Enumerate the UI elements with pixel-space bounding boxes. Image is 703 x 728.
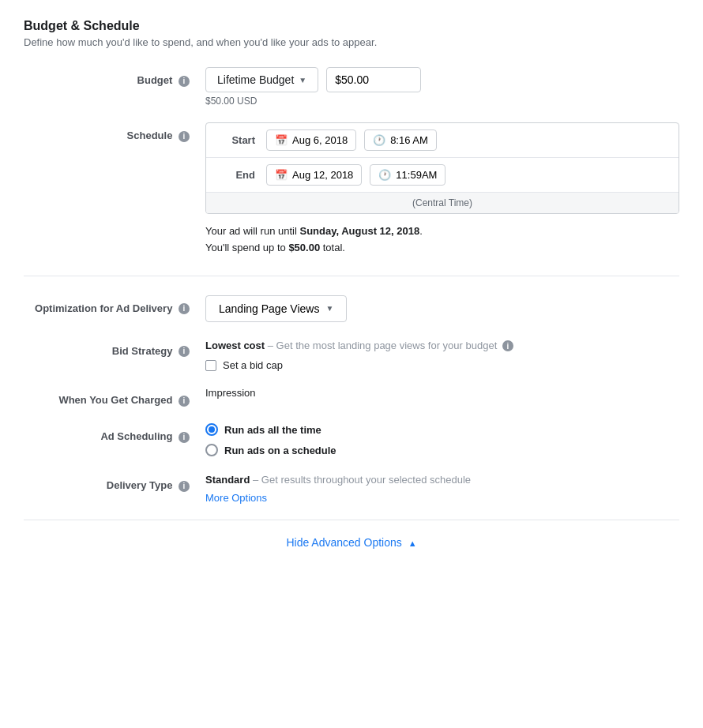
timezone-row: (Central Time) bbox=[206, 193, 679, 213]
optimization-content: Landing Page Views ▼ bbox=[205, 295, 679, 322]
budget-info-icon[interactable]: i bbox=[179, 76, 190, 87]
bid-strategy-text: Lowest cost – Get the most landing page … bbox=[205, 338, 679, 354]
radio-option-all-time[interactable]: Run ads all the time bbox=[205, 423, 679, 436]
hide-advanced-section: Hide Advanced Options ▲ bbox=[24, 520, 679, 565]
budget-content: Lifetime Budget ▼ $50.00 USD bbox=[205, 67, 679, 107]
charged-row: When You Get Charged i Impression bbox=[24, 387, 679, 407]
calendar-icon: 📅 bbox=[275, 134, 288, 146]
start-time-picker[interactable]: 🕐 8:16 AM bbox=[364, 129, 437, 151]
budget-usd-label: $50.00 USD bbox=[205, 96, 679, 107]
more-options-link[interactable]: More Options bbox=[205, 492, 679, 504]
start-time-value: 8:16 AM bbox=[390, 134, 428, 146]
section-subtitle: Define how much you'd like to spend, and… bbox=[24, 36, 679, 48]
schedule-info-icon[interactable]: i bbox=[179, 131, 190, 142]
delivery-type-row: Delivery Type i Standard – Get results t… bbox=[24, 472, 679, 504]
delivery-description: Get results throughout your selected sch… bbox=[261, 474, 471, 486]
hide-advanced-button[interactable]: Hide Advanced Options ▲ bbox=[286, 536, 416, 549]
end-date-picker[interactable]: 📅 Aug 12, 2018 bbox=[266, 164, 362, 186]
charged-info-icon[interactable]: i bbox=[179, 396, 190, 407]
radio-all-time-label: Run ads all the time bbox=[224, 424, 321, 436]
ad-scheduling-row: Ad Scheduling i Run ads all the time Run… bbox=[24, 423, 679, 456]
end-date-value: Aug 12, 2018 bbox=[292, 169, 353, 181]
schedule-start-row: Start 📅 Aug 6, 2018 🕐 8:16 AM bbox=[206, 123, 679, 158]
charged-content: Impression bbox=[205, 387, 679, 399]
bid-cap-row: Set a bid cap bbox=[205, 359, 679, 371]
bid-strategy-info-icon[interactable]: i bbox=[179, 346, 190, 357]
end-time-value: 11:59AM bbox=[396, 169, 437, 181]
section-header: Budget & Schedule Define how much you'd … bbox=[24, 19, 679, 48]
clock-icon: 🕐 bbox=[373, 134, 385, 146]
charged-value: Impression bbox=[205, 387, 679, 399]
section-title: Budget & Schedule bbox=[24, 19, 679, 33]
calendar-icon-end: 📅 bbox=[275, 169, 288, 181]
charged-label: When You Get Charged i bbox=[24, 387, 205, 407]
budget-amount-input[interactable] bbox=[326, 67, 421, 92]
start-date-picker[interactable]: 📅 Aug 6, 2018 bbox=[266, 129, 356, 151]
schedule-row: Schedule i Start 📅 Aug 6, 2018 🕐 8:16 AM bbox=[24, 122, 679, 257]
budget-label: Budget i bbox=[24, 67, 205, 88]
delivery-name: Standard bbox=[205, 474, 250, 486]
dropdown-arrow-icon: ▼ bbox=[299, 76, 306, 84]
end-label: End bbox=[216, 169, 255, 181]
ad-scheduling-options: Run ads all the time Run ads on a schedu… bbox=[205, 423, 679, 456]
optimization-dropdown[interactable]: Landing Page Views ▼ bbox=[205, 295, 347, 322]
schedule-content: Start 📅 Aug 6, 2018 🕐 8:16 AM End 📅 Aug … bbox=[205, 122, 679, 257]
bid-cap-label[interactable]: Set a bid cap bbox=[223, 359, 283, 371]
schedule-label: Schedule i bbox=[24, 122, 205, 143]
delivery-type-info-icon[interactable]: i bbox=[179, 481, 190, 492]
end-time-picker[interactable]: 🕐 11:59AM bbox=[370, 164, 445, 186]
schedule-end-row: End 📅 Aug 12, 2018 🕐 11:59AM bbox=[206, 158, 679, 193]
radio-on-schedule[interactable] bbox=[205, 444, 218, 456]
ad-scheduling-label: Ad Scheduling i bbox=[24, 423, 205, 444]
ad-scheduling-info-icon[interactable]: i bbox=[179, 432, 190, 443]
start-label: Start bbox=[216, 134, 255, 146]
delivery-separator: – bbox=[250, 474, 261, 486]
clock-icon-end: 🕐 bbox=[378, 169, 391, 181]
optimization-info-icon[interactable]: i bbox=[179, 303, 190, 314]
optimization-dropdown-arrow: ▼ bbox=[325, 304, 333, 313]
delivery-type-label: Delivery Type i bbox=[24, 472, 205, 493]
schedule-table: Start 📅 Aug 6, 2018 🕐 8:16 AM End 📅 Aug … bbox=[205, 122, 679, 214]
radio-all-time[interactable] bbox=[205, 423, 218, 436]
ad-run-note: Your ad will run until Sunday, August 12… bbox=[205, 223, 679, 257]
budget-row: Budget i Lifetime Budget ▼ $50.00 USD bbox=[24, 67, 679, 107]
ad-scheduling-content: Run ads all the time Run ads on a schedu… bbox=[205, 423, 679, 456]
start-date-value: Aug 6, 2018 bbox=[292, 134, 348, 146]
bid-strategy-desc-info-icon[interactable]: i bbox=[502, 340, 513, 351]
section-divider bbox=[24, 276, 679, 276]
radio-on-schedule-label: Run ads on a schedule bbox=[224, 445, 336, 456]
optimization-label: Optimization for Ad Delivery i bbox=[24, 295, 205, 316]
bid-cap-checkbox[interactable] bbox=[205, 360, 216, 371]
budget-type-dropdown[interactable]: Lifetime Budget ▼ bbox=[205, 67, 318, 92]
bid-strategy-row: Bid Strategy i Lowest cost – Get the mos… bbox=[24, 338, 679, 372]
delivery-type-content: Standard – Get results throughout your s… bbox=[205, 472, 679, 504]
optimization-row: Optimization for Ad Delivery i Landing P… bbox=[24, 295, 679, 322]
budget-schedule-form: Budget & Schedule Define how much you'd … bbox=[0, 0, 703, 584]
budget-input-row: Lifetime Budget ▼ bbox=[205, 67, 679, 92]
up-arrow-icon: ▲ bbox=[408, 538, 417, 548]
timezone-label: (Central Time) bbox=[412, 197, 472, 208]
radio-option-schedule[interactable]: Run ads on a schedule bbox=[205, 444, 679, 456]
bid-strategy-label: Bid Strategy i bbox=[24, 338, 205, 358]
bid-strategy-content: Lowest cost – Get the most landing page … bbox=[205, 338, 679, 372]
